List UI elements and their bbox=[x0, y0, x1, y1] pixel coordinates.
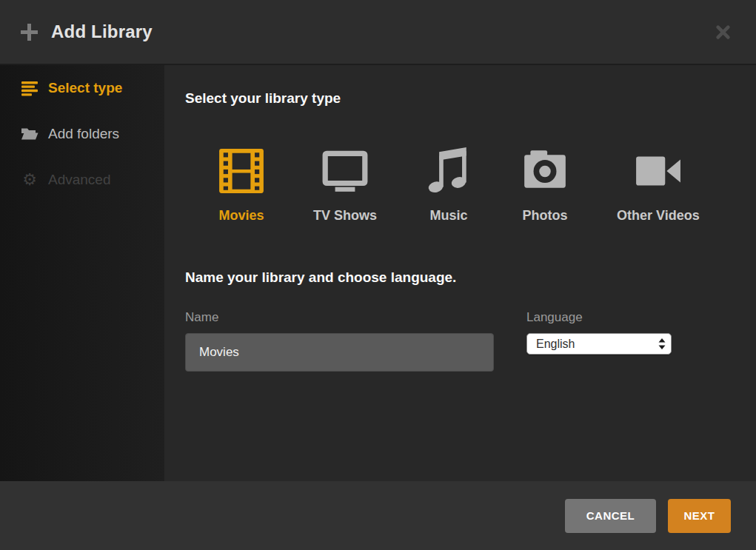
sidebar-item-label: Advanced bbox=[48, 172, 111, 188]
camera-icon bbox=[521, 147, 569, 198]
close-icon[interactable] bbox=[712, 21, 734, 43]
tv-icon bbox=[321, 147, 369, 198]
film-strip-icon bbox=[217, 147, 266, 198]
name-field-group: Name bbox=[185, 310, 494, 372]
language-field-label: Language bbox=[526, 310, 672, 325]
library-type-photos[interactable]: Photos bbox=[521, 147, 569, 224]
plus-icon bbox=[21, 24, 38, 41]
sidebar-item-advanced: ⚙ Advanced bbox=[0, 157, 164, 203]
sidebar-item-select-type[interactable]: Select type bbox=[0, 65, 164, 111]
cancel-button[interactable]: CANCEL bbox=[565, 499, 656, 533]
library-type-label: Music bbox=[430, 208, 468, 224]
sidebar-item-add-folders[interactable]: Add folders bbox=[0, 111, 164, 157]
library-type-other-videos[interactable]: Other Videos bbox=[617, 147, 700, 224]
list-lines-icon bbox=[21, 81, 39, 96]
language-select-value: English bbox=[536, 338, 575, 351]
language-select[interactable]: English bbox=[526, 333, 672, 355]
dialog-content: Select your library type bbox=[164, 65, 756, 481]
library-type-label: Other Videos bbox=[617, 208, 700, 224]
library-type-tv-shows[interactable]: TV Shows bbox=[313, 147, 377, 224]
library-type-movies[interactable]: Movies bbox=[217, 147, 266, 224]
add-library-dialog: Add Library Select type bbox=[0, 0, 756, 550]
library-type-label: Movies bbox=[218, 208, 264, 224]
music-note-icon bbox=[424, 147, 473, 198]
dialog-title: Add Library bbox=[51, 21, 153, 42]
name-field-label: Name bbox=[185, 310, 494, 325]
gear-icon: ⚙ bbox=[21, 172, 39, 188]
library-type-music[interactable]: Music bbox=[424, 147, 473, 224]
library-type-row: Movies TV Shows bbox=[217, 147, 734, 224]
dialog-footer: CANCEL NEXT bbox=[0, 481, 756, 550]
library-type-label: Photos bbox=[523, 208, 568, 224]
name-language-row: Name Language English bbox=[185, 310, 734, 372]
wizard-steps-sidebar: Select type Add folders ⚙ Advanced bbox=[0, 65, 164, 481]
sidebar-item-label: Select type bbox=[48, 80, 122, 96]
library-type-label: TV Shows bbox=[313, 208, 377, 224]
dialog-header: Add Library bbox=[0, 0, 756, 65]
select-type-heading: Select your library type bbox=[185, 90, 734, 107]
name-language-heading: Name your library and choose language. bbox=[185, 269, 734, 286]
language-field-group: Language English bbox=[526, 310, 672, 372]
library-name-input[interactable] bbox=[185, 333, 494, 372]
video-camera-icon bbox=[634, 147, 683, 198]
folder-open-icon bbox=[21, 127, 39, 141]
sidebar-item-label: Add folders bbox=[48, 126, 119, 142]
dialog-body: Select type Add folders ⚙ Advanced bbox=[0, 65, 756, 481]
select-arrows-icon bbox=[658, 338, 666, 349]
next-button[interactable]: NEXT bbox=[668, 499, 731, 533]
